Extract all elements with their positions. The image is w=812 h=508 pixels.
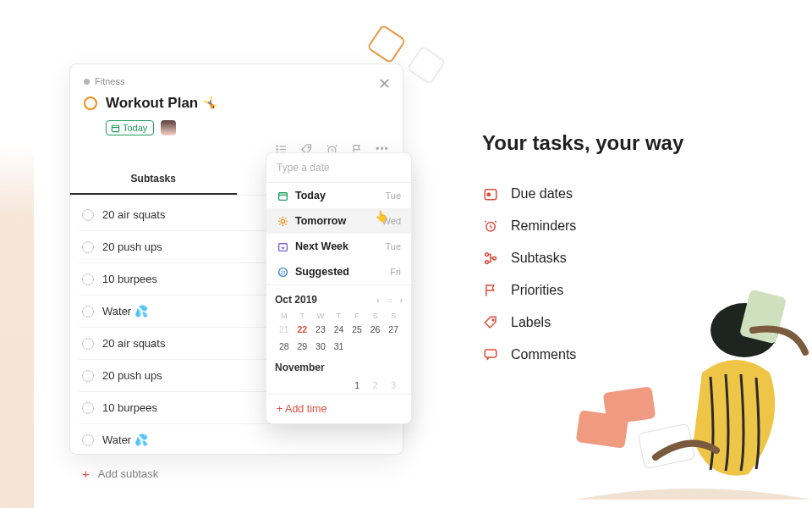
subtask-label: 20 push ups	[102, 240, 162, 253]
subtask-checkbox[interactable]	[82, 306, 94, 318]
schedule-day: Tue	[385, 241, 401, 251]
task-title[interactable]: Workout Plan 🤸	[106, 95, 218, 112]
svg-rect-4	[576, 410, 629, 449]
project-name: Fitness	[95, 76, 124, 86]
feature-tag: Labels	[482, 314, 770, 331]
feature-label: Subtasks	[511, 251, 567, 266]
subtask-checkbox[interactable]	[82, 241, 94, 253]
calendar-day[interactable]: 30	[311, 338, 330, 355]
schedule-option-suggested[interactable]: 25SuggestedFri	[266, 259, 411, 284]
schedule-option-today[interactable]: TodayTue	[266, 183, 411, 208]
calendar-day[interactable]: 26	[366, 321, 385, 338]
flag-icon	[482, 282, 499, 299]
calendar-day	[348, 338, 366, 355]
assignee-avatar[interactable]	[161, 120, 176, 135]
calendar-day	[366, 338, 385, 355]
svg-point-18	[308, 146, 310, 148]
feature-calendar: Due dates	[482, 185, 770, 202]
promo-panel: Your tasks, your way Due datesRemindersS…	[482, 131, 770, 378]
subtask-checkbox[interactable]	[82, 338, 94, 350]
tab-subtasks[interactable]: Subtasks	[70, 164, 237, 195]
dow-label: S	[366, 311, 385, 321]
feature-label: Due dates	[511, 186, 573, 202]
nextweek-icon	[277, 240, 288, 252]
calendar-day[interactable]: 2	[366, 377, 385, 394]
svg-rect-3	[603, 386, 656, 425]
svg-point-15	[276, 146, 277, 146]
calendar-today-icon[interactable]: ○	[387, 295, 392, 305]
calendar-month-label: Oct 2019	[275, 294, 317, 306]
feature-label: Priorities	[511, 283, 563, 298]
add-time-button[interactable]: + Add time	[266, 394, 411, 423]
svg-text:25: 25	[280, 269, 285, 274]
svg-point-9	[486, 253, 489, 257]
calendar-day[interactable]: 31	[330, 338, 348, 355]
svg-rect-7	[487, 193, 490, 196]
calendar-day	[311, 377, 330, 394]
subtask-checkbox[interactable]	[82, 209, 94, 221]
comment-icon	[482, 346, 499, 363]
svg-rect-20	[278, 192, 287, 200]
calendar-prev-icon[interactable]: ‹	[376, 295, 379, 305]
subtask-label: 20 push ups	[102, 369, 162, 382]
subtask-label: 20 air squats	[102, 337, 165, 350]
add-subtask-label: Add subtask	[98, 467, 159, 480]
calendar-next-month-label: November	[275, 355, 403, 377]
tag-icon	[482, 314, 499, 331]
calendar-day[interactable]: 1	[348, 377, 366, 394]
svg-rect-13	[485, 350, 497, 357]
feature-comment: Comments	[482, 346, 770, 363]
svg-rect-22	[278, 243, 287, 251]
calendar-day	[384, 338, 403, 355]
date-input[interactable]: Type a date	[266, 153, 411, 183]
feature-alarm: Reminders	[482, 218, 770, 235]
project-dot-icon	[84, 79, 90, 85]
calendar-next-icon[interactable]: ›	[400, 295, 403, 305]
schedule-option-sun[interactable]: TomorrowWed	[266, 208, 411, 234]
svg-point-21	[281, 219, 284, 223]
schedule-label: Today	[295, 190, 326, 202]
calendar-day[interactable]: 29	[294, 338, 312, 355]
schedule-day: Tue	[385, 190, 401, 201]
close-icon[interactable]: ✕	[378, 76, 391, 91]
due-date-chip[interactable]: Today	[106, 120, 154, 135]
calendar-day[interactable]: 3	[384, 377, 403, 394]
calendar-day[interactable]: 23	[311, 321, 330, 338]
svg-rect-2	[638, 423, 694, 469]
calendar-day[interactable]: 25	[348, 321, 366, 338]
calendar-day[interactable]: 21	[275, 321, 294, 338]
date-picker-popover: Type a date TodayTueTomorrowWedNext Week…	[266, 152, 412, 424]
calendar-day[interactable]: 27	[384, 321, 403, 338]
today-icon	[277, 190, 288, 202]
subtask-checkbox[interactable]	[82, 402, 94, 414]
calendar-day	[294, 377, 312, 394]
add-subtask-button[interactable]: +Add subtask	[79, 456, 394, 491]
dow-label: S	[384, 311, 403, 321]
subtask-checkbox[interactable]	[82, 434, 94, 446]
calendar-day	[330, 377, 348, 394]
schedule-day: Wed	[382, 216, 401, 226]
dow-label: W	[311, 311, 330, 321]
subtask-row[interactable]: Water 💦	[79, 424, 394, 456]
task-checkbox[interactable]	[84, 97, 97, 110]
calendar-day[interactable]: 22	[294, 321, 312, 338]
subtask-checkbox[interactable]	[82, 370, 94, 382]
schedule-label: Suggested	[295, 266, 349, 278]
subtasks-icon	[482, 250, 499, 267]
bg-wash-left	[0, 144, 34, 508]
schedule-label: Tomorrow	[295, 215, 346, 227]
subtask-checkbox[interactable]	[82, 273, 94, 285]
decor-diamond	[366, 24, 406, 64]
calendar-day[interactable]: 24	[330, 321, 348, 338]
feature-label: Reminders	[511, 218, 576, 234]
schedule-day: Fri	[390, 267, 401, 277]
schedule-option-nextweek[interactable]: Next WeekTue	[266, 234, 411, 259]
schedule-label: Next Week	[295, 240, 348, 252]
feature-label: Labels	[511, 315, 551, 330]
svg-rect-14	[112, 125, 118, 131]
calendar-day[interactable]: 28	[275, 338, 294, 355]
breadcrumb[interactable]: Fitness	[84, 76, 389, 86]
subtask-label: 10 burpees	[102, 273, 157, 285]
feature-subtasks: Subtasks	[482, 250, 770, 267]
feature-label: Comments	[511, 347, 576, 362]
